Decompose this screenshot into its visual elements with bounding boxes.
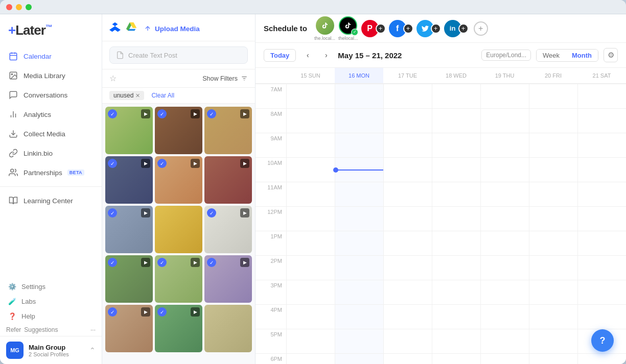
day-col-tue[interactable] [383,84,432,364]
calendar-settings-button[interactable]: ⚙ [604,48,618,62]
media-thumb-2[interactable]: ✓ ▶ [155,107,202,154]
remove-filter-icon[interactable]: ✕ [135,92,140,99]
slot-day-sat-7am[interactable] [578,84,626,108]
sidebar-item-analytics[interactable]: Analytics [0,105,102,124]
slot-day-fri-2pm[interactable] [529,255,577,280]
media-thumb-9[interactable]: ✓ ▶ [204,206,252,253]
slot-day-tue-2pm[interactable] [384,255,432,280]
slot-day-fri-5pm[interactable] [529,329,577,353]
media-thumb-12[interactable]: ✓ ▶ [204,255,252,303]
slot-day-fri-8am[interactable] [529,108,577,133]
timezone-label[interactable]: Europe/Lond... [481,50,531,61]
slot-day-sun-5pm[interactable] [287,329,335,353]
day-col-fri[interactable] [529,84,577,364]
slot-day-fri-7am[interactable] [529,84,577,108]
slot-day-sun-6pm[interactable] [287,353,335,364]
slot-day-wed-7am[interactable] [432,84,480,108]
add-profile-button[interactable]: + [474,21,488,36]
month-view-button[interactable]: Month [566,50,598,61]
slot-day-thu-1pm[interactable] [481,231,529,255]
media-thumb-1[interactable]: ✓ ▶ [105,107,153,154]
week-view-button[interactable]: Week [537,50,566,61]
slot-day-sat-8am[interactable] [578,108,626,133]
minimize-btn[interactable] [16,4,22,10]
show-filters-button[interactable]: Show Filters [202,75,248,82]
slot-day-wed-8am[interactable] [432,108,480,133]
slot-day-fri-1pm[interactable] [529,231,577,255]
slot-day-thu-7am[interactable] [481,84,529,108]
slot-day-fri-11am[interactable] [529,182,577,206]
slot-day-sat-3pm[interactable] [578,280,626,304]
slot-day-mon-9am[interactable] [335,133,383,157]
media-thumb-13[interactable]: ✓ ▶ [105,305,153,352]
slot-day-wed-6pm[interactable] [432,353,480,364]
media-thumb-6[interactable]: ▶ [204,156,252,204]
profile-tiktok-active[interactable]: ✓ thelocal... [338,16,358,41]
slot-day-mon-6pm[interactable] [335,353,383,364]
slot-day-sat-1pm[interactable] [578,231,626,255]
media-thumb-10[interactable]: ✓ ▶ [105,255,153,303]
slot-day-wed-2pm[interactable] [432,255,480,280]
slot-day-wed-1pm[interactable] [432,231,480,255]
slot-day-sat-6pm[interactable] [578,353,626,364]
media-thumb-7[interactable]: ✓ ▶ [105,206,153,253]
slot-day-thu-8am[interactable] [481,108,529,133]
clear-all-button[interactable]: Clear All [151,92,174,99]
slot-day-fri-12pm[interactable] [529,206,577,231]
media-thumb-5[interactable]: ✓ ▶ [155,156,202,204]
slot-day-thu-5pm[interactable] [481,329,529,353]
slot-day-sun-9am[interactable] [287,133,335,157]
slot-day-fri-6pm[interactable] [529,353,577,364]
slot-day-tue-9am[interactable] [384,133,432,157]
sidebar-item-partnerships[interactable]: Partnerships BETA [0,163,102,182]
slot-day-tue-6pm[interactable] [384,353,432,364]
slot-day-sat-11am[interactable] [578,182,626,206]
slot-day-mon-3pm[interactable] [335,280,383,304]
slot-day-sun-11am[interactable] [287,182,335,206]
sidebar-item-linkin-bio[interactable]: Linkin.bio [0,143,102,163]
today-button[interactable]: Today [264,49,296,62]
slot-day-thu-9am[interactable] [481,133,529,157]
slot-day-sun-3pm[interactable] [287,280,335,304]
create-text-post-input[interactable]: Create Text Post [109,46,248,64]
media-thumb-14[interactable]: ✓ ▶ [155,305,202,352]
profile-tiktok-local[interactable]: the.local... [314,16,335,41]
maximize-btn[interactable] [26,4,32,10]
slot-day-sat-4pm[interactable] [578,304,626,329]
star-icon[interactable]: ☆ [109,74,117,83]
slot-day-wed-4pm[interactable] [432,304,480,329]
next-arrow[interactable]: › [319,48,333,62]
media-thumb-3[interactable]: ✓ ▶ [204,107,252,154]
slot-day-sat-2pm[interactable] [578,255,626,280]
day-col-sun[interactable] [286,84,335,364]
slot-day-tue-12pm[interactable] [384,206,432,231]
slot-day-sat-10am[interactable] [578,157,626,182]
slot-day-fri-3pm[interactable] [529,280,577,304]
media-thumb-8[interactable] [155,206,202,253]
slot-day-mon-7am[interactable] [335,84,383,108]
sidebar-item-collect-media[interactable]: Collect Media [0,124,102,143]
slot-day-sun-7am[interactable] [287,84,335,108]
slot-day-tue-3pm[interactable] [384,280,432,304]
linkedin-add-btn[interactable]: + [458,23,469,34]
sidebar-item-calendar[interactable]: Calendar [0,46,102,66]
slot-day-thu-2pm[interactable] [481,255,529,280]
slot-day-mon-2pm[interactable] [335,255,383,280]
slot-day-mon-12pm[interactable] [335,206,383,231]
media-thumb-11[interactable]: ✓ ▶ [155,255,202,303]
slot-day-thu-10am[interactable] [481,157,529,182]
slot-day-tue-10am[interactable] [384,157,432,182]
refer-label[interactable]: Refer [6,326,21,333]
slot-day-mon-5pm[interactable] [335,329,383,353]
close-btn[interactable] [6,4,12,10]
slot-day-sun-1pm[interactable] [287,231,335,255]
upload-media-button[interactable]: Upload Media [144,25,200,33]
suggestions-label[interactable]: Suggestions [24,326,58,333]
slot-day-thu-3pm[interactable] [481,280,529,304]
slot-day-tue-7am[interactable] [384,84,432,108]
slot-day-wed-5pm[interactable] [432,329,480,353]
twitter-add-btn[interactable]: + [431,23,441,34]
media-thumb-4[interactable]: ✓ ▶ [105,156,153,204]
slot-day-wed-12pm[interactable] [432,206,480,231]
slot-day-thu-6pm[interactable] [481,353,529,364]
